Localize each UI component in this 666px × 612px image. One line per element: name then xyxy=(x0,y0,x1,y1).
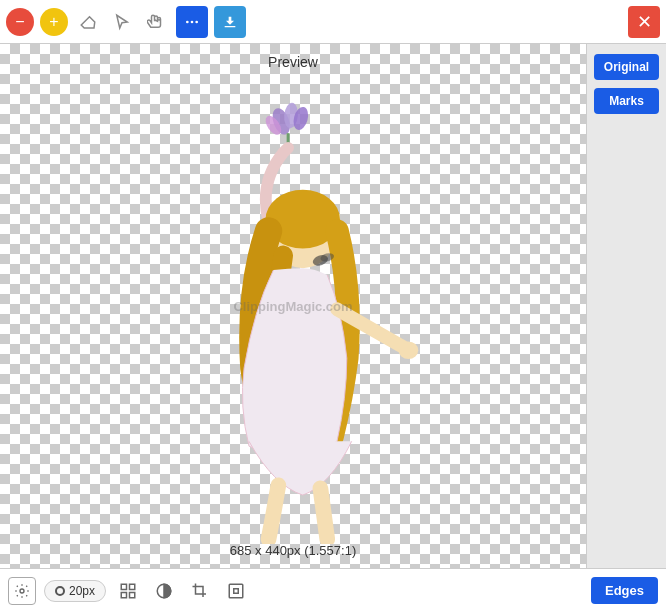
image-dimensions: 685 x 440px (1.557:1) xyxy=(230,543,356,558)
contrast-button[interactable] xyxy=(150,577,178,605)
svg-rect-15 xyxy=(130,584,135,589)
preview-canvas[interactable]: Preview xyxy=(0,44,586,568)
top-toolbar: − + ✕ xyxy=(0,0,666,44)
preview-label: Preview xyxy=(268,54,318,70)
svg-point-13 xyxy=(20,589,24,593)
download-button[interactable] xyxy=(214,6,246,38)
size-dot-icon xyxy=(55,586,65,596)
girl-figure xyxy=(153,94,433,544)
crop-button[interactable] xyxy=(186,577,214,605)
main-area: Preview xyxy=(0,44,666,568)
original-button[interactable]: Original xyxy=(594,54,659,80)
eraser-button[interactable] xyxy=(74,8,102,36)
pan-button[interactable] xyxy=(142,8,170,36)
svg-rect-19 xyxy=(229,584,243,598)
brush-size-label: 20px xyxy=(69,584,95,598)
remove-button[interactable]: − xyxy=(6,8,34,36)
svg-rect-16 xyxy=(121,592,126,597)
close-button[interactable]: ✕ xyxy=(628,6,660,38)
settings-button[interactable] xyxy=(8,577,36,605)
resize-button[interactable] xyxy=(222,577,250,605)
svg-point-12 xyxy=(399,342,419,360)
svg-point-1 xyxy=(191,20,194,23)
svg-point-2 xyxy=(195,20,198,23)
svg-rect-17 xyxy=(130,592,135,597)
right-panel: Original Marks xyxy=(586,44,666,568)
brush-size-badge[interactable]: 20px xyxy=(44,580,106,602)
marks-button[interactable]: Marks xyxy=(594,88,659,114)
bottom-toolbar: 20px Edges xyxy=(0,568,666,612)
select-button[interactable] xyxy=(108,8,136,36)
svg-rect-14 xyxy=(121,584,126,589)
mode-button[interactable] xyxy=(176,6,208,38)
svg-point-0 xyxy=(186,20,189,23)
edges-button[interactable]: Edges xyxy=(591,577,658,604)
keep-button[interactable]: + xyxy=(40,8,68,36)
grid-button[interactable] xyxy=(114,577,142,605)
